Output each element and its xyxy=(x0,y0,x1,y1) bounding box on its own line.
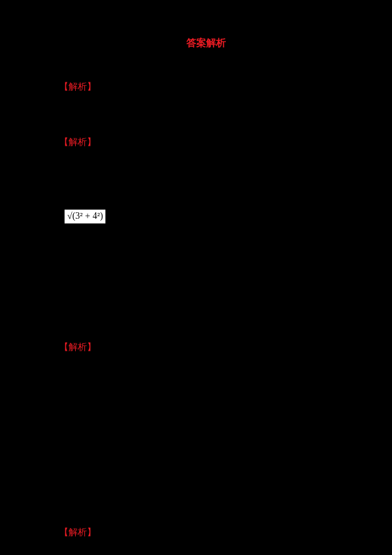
q2-t4: ，因为E,F分别是AC,AD xyxy=(64,305,161,315)
q4-analysis: 【解析】本题考查正方形、等腰直角三角形、全等三角形．由正方形和等腰直角三角 xyxy=(59,523,352,555)
marker-label: 【解析】 xyxy=(59,342,96,352)
sqrt-box: √(3² + 4²) xyxy=(64,209,106,224)
q2-line: AB= √(3² + 4²) =5，由S△ABC= 12 ×AB×CD可知CD=… xyxy=(59,170,352,320)
q2-t1: AB= xyxy=(64,192,82,202)
frac-half-1: 12 xyxy=(64,244,74,263)
q2-answer: 2.【答案】A xyxy=(59,115,352,133)
q3-line: "OE是△ABF的中位线"无法证明，即"BF= 12 OC"错误．故选D． xyxy=(59,430,352,505)
q3-c0: "OE是△ABF的中位线"无法证明，即"BF= xyxy=(64,453,233,463)
q2-t2: =5，由S△ABC= xyxy=(64,229,128,239)
q2-t3: ×AB×CD可知CD= xyxy=(64,267,136,277)
page-title: 答案解析 xyxy=(59,33,352,53)
marker-label: 【解析】 xyxy=(59,527,96,537)
q3-answer: 3.【答案】D xyxy=(59,320,352,338)
frac-half-2: 12 xyxy=(64,467,74,486)
q4-answer: 4.【答案】C xyxy=(59,505,352,523)
q2-analysis: 【解析】本题考查直角三角形斜边中线、三角形面积．连接CD，由勾股定理可得 xyxy=(59,133,352,170)
q2-text-0: 本题考查直角三角形斜边中线、三角形面积．连接CD，由勾股定理可得 xyxy=(59,137,349,165)
marker-label: 【解析】 xyxy=(59,82,96,92)
q1-analysis: 【解析】本题考查圆周角定理．由图可知，∠ACB与∠AOB是同弧所对的圆周角和圆心… xyxy=(59,78,352,115)
q4-text: 本题考查正方形、等腰直角三角形、全等三角形．由正方形和等腰直角三角 xyxy=(59,527,345,555)
marker-label: 【解析】 xyxy=(59,137,96,147)
frac-24-5: 245 xyxy=(64,282,78,301)
q3-c1: OC"错误．故选D． xyxy=(64,490,142,500)
q3-analysis: 【解析】本题考查圆中的计算．连接OE、OF，由题可知，∠1+∠2=∠3+∠4，∠… xyxy=(59,338,352,430)
q1-answer: 1.【答案】B xyxy=(59,59,352,78)
q1-text: 本题考查圆周角定理．由图可知，∠ACB与∠AOB是同弧所对的圆周角和圆心角，再根… xyxy=(59,82,344,110)
q3-text: 本题考查圆中的计算．连接OE、OF，由题可知，∠1+∠2=∠3+∠4，∠1=∠2… xyxy=(59,342,343,426)
